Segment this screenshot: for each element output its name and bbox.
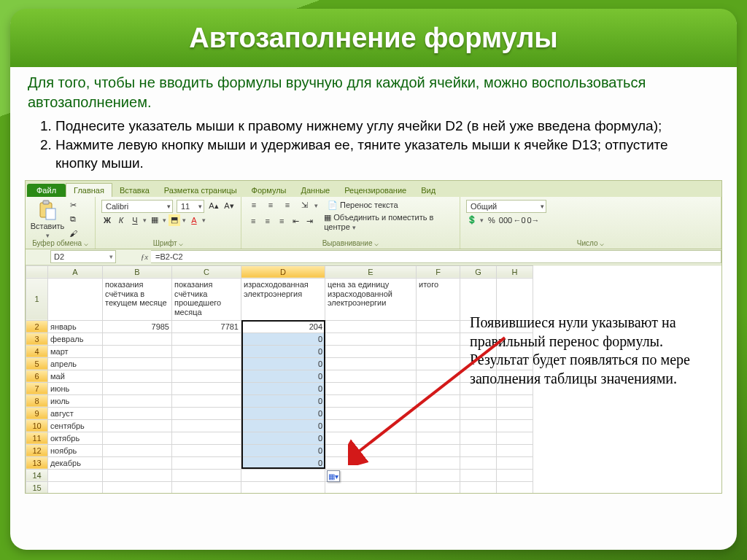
cell[interactable] <box>417 407 460 419</box>
increase-indent-icon[interactable]: ⇥ <box>304 216 316 228</box>
cell[interactable]: февраль <box>48 332 103 345</box>
column-header[interactable]: G <box>460 265 497 278</box>
cell[interactable] <box>417 456 460 469</box>
cell[interactable]: март <box>48 345 103 357</box>
align-middle-icon[interactable]: ≡ <box>264 200 277 211</box>
cell[interactable] <box>325 382 417 394</box>
cell[interactable] <box>497 444 533 456</box>
cell[interactable] <box>497 469 533 481</box>
cell[interactable] <box>325 481 417 494</box>
cell[interactable]: январь <box>48 320 103 332</box>
paste-button[interactable]: Вставить ▾ <box>31 200 63 239</box>
orientation-icon[interactable]: ⇲ <box>298 200 311 211</box>
column-header[interactable]: A <box>48 265 103 278</box>
font-name-select[interactable]: Calibri <box>101 200 173 213</box>
cell[interactable] <box>103 481 172 494</box>
cell[interactable]: 0 <box>241 382 325 394</box>
row-header[interactable]: 2 <box>26 320 48 332</box>
cell[interactable] <box>460 394 497 407</box>
cell[interactable] <box>460 407 497 419</box>
underline-icon[interactable]: Ч <box>129 214 141 226</box>
cell[interactable] <box>172 444 241 456</box>
cell[interactable] <box>103 394 172 407</box>
cell[interactable] <box>417 357 460 370</box>
column-header[interactable]: C <box>172 265 241 278</box>
cell[interactable] <box>325 345 417 357</box>
percent-icon[interactable]: % <box>486 214 498 226</box>
wrap-text-button[interactable]: 📄 Перенос текста <box>328 201 398 210</box>
cell[interactable] <box>172 370 241 382</box>
increase-decimal-icon[interactable]: ←0 <box>514 214 525 226</box>
column-header[interactable]: D <box>241 265 325 278</box>
cell[interactable]: 0 <box>241 394 325 407</box>
cell[interactable] <box>460 444 497 456</box>
cell[interactable] <box>241 469 325 481</box>
format-painter-icon[interactable]: 🖌 <box>67 228 79 239</box>
cell[interactable] <box>417 345 460 357</box>
cell[interactable] <box>417 419 460 432</box>
tab-page-layout[interactable]: Разметка страницы <box>157 184 244 197</box>
cell[interactable] <box>325 394 417 407</box>
row-header[interactable]: 9 <box>26 407 48 419</box>
cell[interactable]: 7781 <box>172 320 241 332</box>
cell[interactable] <box>460 456 497 469</box>
row-header[interactable]: 10 <box>26 419 48 432</box>
name-box[interactable]: D2 <box>50 250 116 263</box>
tab-data[interactable]: Данные <box>293 184 337 197</box>
font-color-icon[interactable]: A <box>188 214 200 226</box>
cell[interactable] <box>417 481 460 494</box>
cell[interactable]: июнь <box>48 382 103 394</box>
cell[interactable] <box>417 320 460 332</box>
tab-review[interactable]: Рецензирование <box>337 184 414 197</box>
cell[interactable] <box>103 357 172 370</box>
fx-icon[interactable]: ƒx <box>138 252 151 261</box>
column-header[interactable]: E <box>325 265 417 278</box>
cell[interactable] <box>172 382 241 394</box>
tab-home[interactable]: Главная <box>66 183 112 197</box>
cell[interactable] <box>172 481 241 494</box>
row-header[interactable]: 3 <box>26 332 48 345</box>
cell[interactable] <box>172 407 241 419</box>
align-left-icon[interactable]: ≡ <box>247 216 259 228</box>
cell[interactable] <box>103 432 172 444</box>
copy-icon[interactable]: ⧉ <box>67 214 79 225</box>
cell[interactable] <box>103 444 172 456</box>
row-header[interactable]: 14 <box>26 469 48 481</box>
row-header[interactable]: 1 <box>26 278 48 320</box>
cell[interactable]: апрель <box>48 357 103 370</box>
formula-input[interactable]: =B2-C2 <box>151 250 721 263</box>
cell[interactable] <box>460 419 497 432</box>
tab-view[interactable]: Вид <box>414 184 443 197</box>
cell[interactable]: показания счётчика прошедшего месяца <box>172 278 241 320</box>
cut-icon[interactable]: ✂ <box>67 200 79 211</box>
row-header[interactable]: 5 <box>26 357 48 370</box>
grow-font-icon[interactable]: A▴ <box>208 201 220 212</box>
cell[interactable] <box>172 332 241 345</box>
cell[interactable] <box>172 357 241 370</box>
cell[interactable]: 0 <box>241 444 325 456</box>
cell[interactable]: май <box>48 370 103 382</box>
cell[interactable] <box>172 419 241 432</box>
align-bottom-icon[interactable]: ≡ <box>281 200 294 211</box>
cell[interactable] <box>325 332 417 345</box>
cell[interactable]: 0 <box>241 370 325 382</box>
bold-icon[interactable]: Ж <box>101 214 113 226</box>
cell[interactable] <box>172 394 241 407</box>
cell[interactable] <box>325 444 417 456</box>
row-header[interactable]: 7 <box>26 382 48 394</box>
cell[interactable]: 0 <box>241 419 325 432</box>
decrease-decimal-icon[interactable]: 0→ <box>527 214 539 226</box>
cell[interactable] <box>103 419 172 432</box>
cell[interactable] <box>172 345 241 357</box>
cell[interactable] <box>325 456 417 469</box>
cell[interactable]: 204 <box>241 320 325 332</box>
row-header[interactable]: 12 <box>26 444 48 456</box>
align-center-icon[interactable]: ≡ <box>261 216 273 228</box>
column-header[interactable]: B <box>103 265 172 278</box>
cell[interactable]: цена за единицу израсходованной электроэ… <box>325 278 417 320</box>
cell[interactable]: сентябрь <box>48 419 103 432</box>
cell[interactable] <box>497 481 533 494</box>
cell[interactable] <box>417 444 460 456</box>
borders-icon[interactable]: ▦ <box>149 214 160 226</box>
cell[interactable] <box>417 432 460 444</box>
